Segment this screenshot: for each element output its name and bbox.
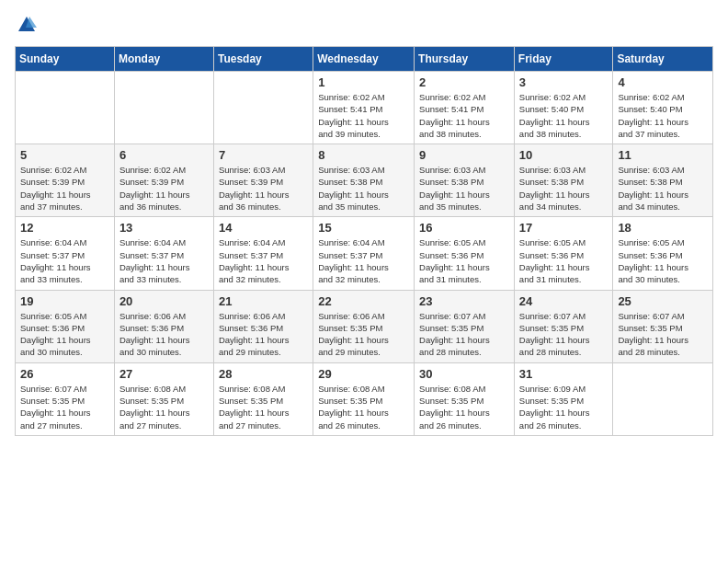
- day-number: 21: [219, 294, 308, 308]
- day-info: Sunrise: 6:02 AM Sunset: 5:40 PM Dayligh…: [519, 91, 609, 140]
- calendar-cell: 4Sunrise: 6:02 AM Sunset: 5:40 PM Daylig…: [613, 72, 713, 144]
- day-info: Sunrise: 6:03 AM Sunset: 5:38 PM Dayligh…: [318, 164, 409, 213]
- day-number: 26: [20, 367, 109, 381]
- day-number: 29: [318, 367, 409, 381]
- day-of-week-header: Monday: [114, 47, 213, 72]
- day-info: Sunrise: 6:06 AM Sunset: 5:36 PM Dayligh…: [119, 310, 209, 359]
- day-of-week-header: Saturday: [613, 47, 713, 72]
- day-info: Sunrise: 6:04 AM Sunset: 5:37 PM Dayligh…: [119, 236, 209, 285]
- day-info: Sunrise: 6:05 AM Sunset: 5:36 PM Dayligh…: [618, 236, 708, 285]
- calendar-header-row: SundayMondayTuesdayWednesdayThursdayFrid…: [16, 47, 713, 72]
- calendar-cell: [213, 72, 313, 144]
- calendar-cell: 13Sunrise: 6:04 AM Sunset: 5:37 PM Dayli…: [114, 217, 213, 290]
- day-number: 8: [318, 148, 409, 162]
- calendar-table: SundayMondayTuesdayWednesdayThursdayFrid…: [15, 46, 713, 436]
- calendar-cell: [114, 72, 213, 144]
- day-info: Sunrise: 6:09 AM Sunset: 5:35 PM Dayligh…: [519, 383, 609, 431]
- day-info: Sunrise: 6:02 AM Sunset: 5:41 PM Dayligh…: [419, 91, 509, 140]
- day-info: Sunrise: 6:02 AM Sunset: 5:39 PM Dayligh…: [20, 164, 109, 213]
- calendar-cell: 24Sunrise: 6:07 AM Sunset: 5:35 PM Dayli…: [514, 290, 613, 362]
- day-info: Sunrise: 6:05 AM Sunset: 5:36 PM Dayligh…: [519, 236, 609, 285]
- calendar-cell: 21Sunrise: 6:06 AM Sunset: 5:36 PM Dayli…: [213, 290, 313, 362]
- day-info: Sunrise: 6:07 AM Sunset: 5:35 PM Dayligh…: [519, 310, 609, 359]
- day-number: 7: [219, 148, 308, 162]
- day-number: 12: [20, 221, 109, 235]
- day-number: 30: [419, 367, 509, 381]
- calendar-cell: 16Sunrise: 6:05 AM Sunset: 5:36 PM Dayli…: [415, 217, 515, 290]
- page-header: [15, 15, 713, 35]
- calendar-cell: 2Sunrise: 6:02 AM Sunset: 5:41 PM Daylig…: [415, 72, 515, 144]
- calendar-cell: 5Sunrise: 6:02 AM Sunset: 5:39 PM Daylig…: [16, 144, 115, 217]
- calendar-week-row: 1Sunrise: 6:02 AM Sunset: 5:41 PM Daylig…: [16, 72, 713, 144]
- day-info: Sunrise: 6:08 AM Sunset: 5:35 PM Dayligh…: [318, 383, 409, 431]
- calendar-week-row: 12Sunrise: 6:04 AM Sunset: 5:37 PM Dayli…: [16, 217, 713, 290]
- calendar-cell: 8Sunrise: 6:03 AM Sunset: 5:38 PM Daylig…: [313, 144, 415, 217]
- day-info: Sunrise: 6:08 AM Sunset: 5:35 PM Dayligh…: [119, 383, 209, 431]
- day-info: Sunrise: 6:04 AM Sunset: 5:37 PM Dayligh…: [219, 236, 308, 285]
- calendar-cell: 9Sunrise: 6:03 AM Sunset: 5:38 PM Daylig…: [415, 144, 515, 217]
- day-number: 9: [419, 148, 509, 162]
- calendar-cell: 11Sunrise: 6:03 AM Sunset: 5:38 PM Dayli…: [613, 144, 713, 217]
- day-info: Sunrise: 6:07 AM Sunset: 5:35 PM Dayligh…: [618, 310, 708, 359]
- calendar-week-row: 5Sunrise: 6:02 AM Sunset: 5:39 PM Daylig…: [16, 144, 713, 217]
- day-info: Sunrise: 6:02 AM Sunset: 5:41 PM Dayligh…: [318, 91, 409, 140]
- day-info: Sunrise: 6:08 AM Sunset: 5:35 PM Dayligh…: [419, 383, 509, 431]
- day-number: 5: [20, 148, 109, 162]
- calendar-cell: 19Sunrise: 6:05 AM Sunset: 5:36 PM Dayli…: [16, 290, 115, 362]
- day-number: 20: [119, 294, 209, 308]
- day-info: Sunrise: 6:08 AM Sunset: 5:35 PM Dayligh…: [219, 383, 308, 431]
- calendar-cell: 1Sunrise: 6:02 AM Sunset: 5:41 PM Daylig…: [313, 72, 415, 144]
- day-info: Sunrise: 6:04 AM Sunset: 5:37 PM Dayligh…: [20, 236, 109, 285]
- day-info: Sunrise: 6:06 AM Sunset: 5:35 PM Dayligh…: [318, 310, 409, 359]
- day-of-week-header: Tuesday: [213, 47, 313, 72]
- day-number: 31: [519, 367, 609, 381]
- day-info: Sunrise: 6:05 AM Sunset: 5:36 PM Dayligh…: [20, 310, 109, 359]
- day-info: Sunrise: 6:03 AM Sunset: 5:38 PM Dayligh…: [419, 164, 509, 213]
- day-number: 2: [419, 75, 509, 89]
- calendar-cell: 20Sunrise: 6:06 AM Sunset: 5:36 PM Dayli…: [114, 290, 213, 362]
- calendar-cell: 3Sunrise: 6:02 AM Sunset: 5:40 PM Daylig…: [514, 72, 613, 144]
- day-number: 14: [219, 221, 308, 235]
- day-info: Sunrise: 6:03 AM Sunset: 5:39 PM Dayligh…: [219, 164, 308, 213]
- calendar-cell: 23Sunrise: 6:07 AM Sunset: 5:35 PM Dayli…: [415, 290, 515, 362]
- day-of-week-header: Sunday: [16, 47, 115, 72]
- day-number: 25: [618, 294, 708, 308]
- day-of-week-header: Thursday: [415, 47, 515, 72]
- day-number: 13: [119, 221, 209, 235]
- day-number: 19: [20, 294, 109, 308]
- day-info: Sunrise: 6:03 AM Sunset: 5:38 PM Dayligh…: [519, 164, 609, 213]
- day-info: Sunrise: 6:02 AM Sunset: 5:39 PM Dayligh…: [119, 164, 209, 213]
- logo-icon: [17, 15, 37, 35]
- day-info: Sunrise: 6:02 AM Sunset: 5:40 PM Dayligh…: [618, 91, 708, 140]
- calendar-cell: 28Sunrise: 6:08 AM Sunset: 5:35 PM Dayli…: [213, 362, 313, 435]
- calendar-week-row: 19Sunrise: 6:05 AM Sunset: 5:36 PM Dayli…: [16, 290, 713, 362]
- calendar-cell: 22Sunrise: 6:06 AM Sunset: 5:35 PM Dayli…: [313, 290, 415, 362]
- day-number: 1: [318, 75, 409, 89]
- day-number: 18: [618, 221, 708, 235]
- day-info: Sunrise: 6:07 AM Sunset: 5:35 PM Dayligh…: [20, 383, 109, 431]
- calendar-week-row: 26Sunrise: 6:07 AM Sunset: 5:35 PM Dayli…: [16, 362, 713, 435]
- day-number: 24: [519, 294, 609, 308]
- calendar-cell: 26Sunrise: 6:07 AM Sunset: 5:35 PM Dayli…: [16, 362, 115, 435]
- day-number: 15: [318, 221, 409, 235]
- calendar-cell: 10Sunrise: 6:03 AM Sunset: 5:38 PM Dayli…: [514, 144, 613, 217]
- calendar-cell: [613, 362, 713, 435]
- calendar-cell: 25Sunrise: 6:07 AM Sunset: 5:35 PM Dayli…: [613, 290, 713, 362]
- calendar-cell: 6Sunrise: 6:02 AM Sunset: 5:39 PM Daylig…: [114, 144, 213, 217]
- day-info: Sunrise: 6:06 AM Sunset: 5:36 PM Dayligh…: [219, 310, 308, 359]
- day-number: 23: [419, 294, 509, 308]
- day-number: 22: [318, 294, 409, 308]
- day-number: 3: [519, 75, 609, 89]
- day-number: 11: [618, 148, 708, 162]
- day-of-week-header: Wednesday: [313, 47, 415, 72]
- logo: [15, 15, 37, 35]
- day-number: 27: [119, 367, 209, 381]
- day-info: Sunrise: 6:07 AM Sunset: 5:35 PM Dayligh…: [419, 310, 509, 359]
- day-number: 16: [419, 221, 509, 235]
- calendar-cell: 15Sunrise: 6:04 AM Sunset: 5:37 PM Dayli…: [313, 217, 415, 290]
- day-info: Sunrise: 6:03 AM Sunset: 5:38 PM Dayligh…: [618, 164, 708, 213]
- day-info: Sunrise: 6:05 AM Sunset: 5:36 PM Dayligh…: [419, 236, 509, 285]
- calendar-cell: 18Sunrise: 6:05 AM Sunset: 5:36 PM Dayli…: [613, 217, 713, 290]
- calendar-cell: 31Sunrise: 6:09 AM Sunset: 5:35 PM Dayli…: [514, 362, 613, 435]
- calendar-cell: 17Sunrise: 6:05 AM Sunset: 5:36 PM Dayli…: [514, 217, 613, 290]
